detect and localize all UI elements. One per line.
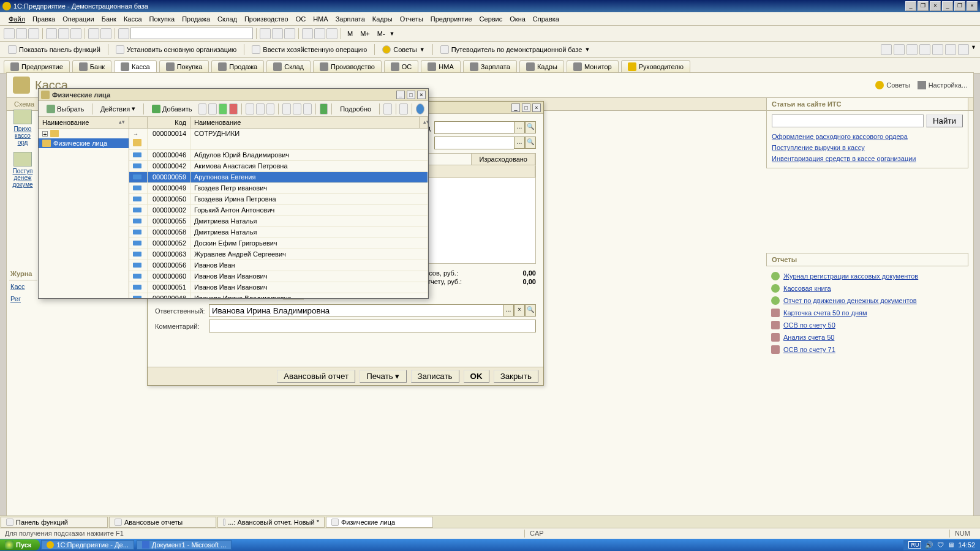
doc-min-button[interactable]: _ [511, 103, 520, 112]
addgrp-icon[interactable] [198, 103, 207, 114]
menu-reports[interactable]: Отчеты [396, 14, 427, 24]
wintab-panel[interactable]: Панель функций [1, 517, 108, 528]
select-button[interactable]: Выбрать [42, 103, 88, 115]
mem-m-button[interactable]: M [344, 29, 356, 39]
table-row[interactable]: 000000055Дмитриева Наталья [129, 216, 428, 227]
redo-icon[interactable] [100, 28, 111, 39]
new-icon[interactable] [4, 28, 15, 39]
table-row[interactable]: 000000046Абдулов Юрий Владимирович [129, 150, 428, 161]
close-button[interactable]: × [930, 1, 941, 11]
tab-salary[interactable]: Зарплата [463, 60, 517, 73]
menu-windows[interactable]: Окна [506, 14, 529, 24]
menu-staff[interactable]: Кадры [369, 14, 396, 24]
guide-button[interactable]: Путеводитель по демонстрационной базе▼ [436, 43, 595, 56]
menu-file[interactable]: Файл [5, 14, 29, 24]
grid-body[interactable]: → 000000014СОТРУДНИКИ000000046Абдулов Юр… [129, 129, 428, 298]
enterop-button[interactable]: Ввести хозяйственную операцию [247, 43, 371, 56]
details-button[interactable]: Подробно [336, 103, 375, 114]
minimize2-button[interactable]: _ [942, 1, 953, 11]
save-icon[interactable] [28, 28, 39, 39]
sklad-input[interactable] [434, 121, 514, 134]
resp-clear-button[interactable]: × [514, 304, 525, 317]
actions-button[interactable]: Действия ▾ [96, 103, 140, 114]
rt-icon-3[interactable] [907, 44, 918, 55]
search-icon[interactable] [118, 28, 129, 39]
advance-report-button[interactable]: Авансовый отчет [277, 370, 355, 383]
menu-help[interactable]: Справка [529, 14, 563, 24]
tab-os[interactable]: ОС [384, 60, 419, 73]
doc-max-button[interactable]: □ [522, 103, 530, 112]
menu-edit[interactable]: Правка [29, 14, 59, 24]
menu-bank[interactable]: Банк [98, 14, 120, 24]
report-link-1[interactable]: Кассовая книга [783, 285, 831, 292]
open-icon[interactable] [16, 28, 27, 39]
table-row[interactable]: 000000059Арутюнова Евгения [129, 172, 428, 183]
tab-kassa[interactable]: Касса [114, 60, 157, 73]
rt-icon-5[interactable] [932, 44, 943, 55]
articles-search-input[interactable] [772, 114, 924, 127]
persons-min-button[interactable]: _ [396, 91, 405, 99]
rt-icon-7[interactable] [958, 44, 969, 55]
search-input[interactable] [130, 28, 253, 39]
tips-button[interactable]: Советы▼ [378, 43, 429, 56]
up-icon[interactable] [266, 103, 275, 114]
tree-header[interactable]: Наименование [42, 119, 89, 126]
setorg-button[interactable]: Установить основную организацию [111, 43, 241, 56]
hier-icon[interactable] [256, 103, 265, 114]
table-row[interactable]: 000000049Гвоздев Петр иванович [129, 183, 428, 194]
rt-icon-2[interactable] [894, 44, 905, 55]
doc-close-button[interactable]: × [532, 103, 541, 112]
table-row[interactable]: 000000048Иванова Ирина Владимировна [129, 293, 428, 298]
menu-salary[interactable]: Зарплата [332, 14, 369, 24]
mem-mminus-button[interactable]: M- [374, 29, 388, 39]
table-row[interactable]: 000000052Доскин Ефим Григорьевич [129, 238, 428, 249]
sb-money-doc[interactable]: Поступденеждокуме [9, 152, 36, 188]
journal-reg[interactable]: Рег [10, 295, 21, 302]
resp-input[interactable] [209, 304, 503, 317]
close-button[interactable]: Закрыть [494, 370, 538, 383]
article-link-2[interactable]: Инвентаризация средств в кассе организац… [772, 155, 916, 162]
table-row[interactable]: 000000060Иванов Иван Иванович [129, 271, 428, 282]
rt-icon-6[interactable] [945, 44, 956, 55]
task-item-1c[interactable]: 1С:Предприятие - Де... [41, 540, 134, 550]
edit-icon[interactable] [219, 103, 227, 114]
report-link-0[interactable]: Журнал регистрации кассовых документов [783, 272, 918, 280]
journal-kass[interactable]: Касс [10, 283, 25, 290]
form-icon[interactable] [399, 103, 408, 114]
sklad-ellipsis[interactable]: ... [514, 121, 525, 133]
close2-button[interactable]: × [967, 1, 978, 11]
undo-icon[interactable] [88, 28, 99, 39]
print-button[interactable]: Печать ▾ [360, 370, 406, 383]
tree-expand[interactable]: + [39, 129, 129, 138]
cut-icon[interactable] [46, 28, 57, 39]
table-row[interactable]: 000000056Иванов Иван [129, 260, 428, 271]
menu-purchase[interactable]: Покупка [146, 14, 179, 24]
person-lookup-button[interactable]: 🔍 [525, 137, 536, 149]
task-item-word[interactable]: Документ1 - Microsoft ... [137, 540, 232, 550]
table-row[interactable]: 000000050Гвоздева Ирина Петровна [129, 194, 428, 205]
tab-bank[interactable]: Банк [72, 60, 111, 73]
minimize-button[interactable]: _ [905, 1, 916, 11]
person-input[interactable] [434, 137, 514, 149]
filter2-icon[interactable] [293, 103, 301, 114]
tab-enterprise[interactable]: Предприятие [4, 60, 70, 73]
sb-income-order[interactable]: Прихокассоорд [9, 110, 36, 146]
doc-tab-spent[interactable]: Израсходовано [472, 154, 535, 165]
table-row[interactable]: 000000042Акимова Анастасия Петровна [129, 161, 428, 172]
resp-ellipsis[interactable]: ... [503, 304, 514, 317]
add-button[interactable]: Добавить [148, 103, 197, 115]
tray-icon-3[interactable]: 🖥 [948, 541, 954, 549]
tips-link[interactable]: Советы [875, 81, 910, 89]
report-link-3[interactable]: Карточка счета 50 по дням [783, 309, 867, 317]
tray-icon-2[interactable]: 🛡 [937, 541, 944, 549]
ok-button[interactable]: OK [464, 370, 489, 383]
calc-icon[interactable] [302, 28, 313, 39]
tree-root-item[interactable]: Физические лица [39, 138, 129, 148]
move-icon[interactable] [246, 103, 254, 114]
help-icon[interactable] [272, 28, 283, 39]
report-link-4[interactable]: ОСВ по счету 50 [783, 321, 835, 329]
tray-icon-1[interactable]: 🔊 [925, 541, 933, 549]
resp-lookup-button[interactable]: 🔍 [525, 304, 536, 317]
sklad-lookup-button[interactable]: 🔍 [525, 121, 536, 133]
persons-titlebar[interactable]: Физические лица _□× [39, 89, 428, 101]
